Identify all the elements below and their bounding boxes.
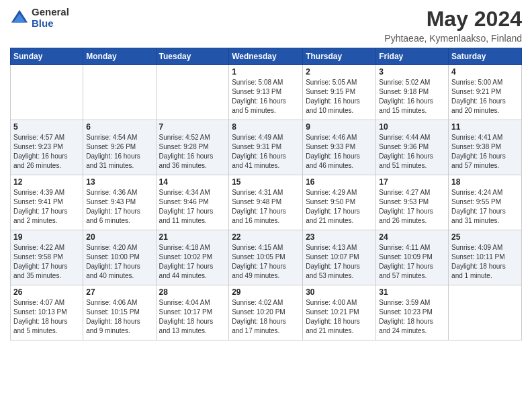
day-number: 24 <box>379 232 445 242</box>
day-cell: 15Sunrise: 4:31 AM Sunset: 9:48 PM Dayli… <box>229 175 303 230</box>
day-number: 1 <box>232 67 300 77</box>
day-number: 5 <box>13 122 80 132</box>
calendar-header: Sunday Monday Tuesday Wednesday Thursday… <box>11 48 522 65</box>
day-number: 28 <box>159 287 226 297</box>
col-friday: Friday <box>376 48 449 65</box>
day-cell: 31Sunrise: 3:59 AM Sunset: 10:23 PM Dayl… <box>376 285 449 340</box>
day-info: Sunrise: 4:15 AM Sunset: 10:05 PM Daylig… <box>232 243 300 281</box>
day-info: Sunrise: 4:44 AM Sunset: 9:36 PM Dayligh… <box>379 133 445 171</box>
day-cell: 17Sunrise: 4:27 AM Sunset: 9:53 PM Dayli… <box>376 175 449 230</box>
day-cell <box>156 65 229 120</box>
day-number: 20 <box>86 232 152 242</box>
day-info: Sunrise: 4:18 AM Sunset: 10:02 PM Daylig… <box>159 243 226 281</box>
day-cell: 9Sunrise: 4:46 AM Sunset: 9:33 PM Daylig… <box>303 120 376 175</box>
day-cell: 23Sunrise: 4:13 AM Sunset: 10:07 PM Dayl… <box>303 230 376 285</box>
day-info: Sunrise: 4:00 AM Sunset: 10:21 PM Daylig… <box>306 298 373 336</box>
day-info: Sunrise: 4:24 AM Sunset: 9:55 PM Dayligh… <box>451 188 519 226</box>
day-cell: 18Sunrise: 4:24 AM Sunset: 9:55 PM Dayli… <box>449 175 522 230</box>
day-cell: 1Sunrise: 5:08 AM Sunset: 9:13 PM Daylig… <box>229 65 303 120</box>
day-cell: 22Sunrise: 4:15 AM Sunset: 10:05 PM Dayl… <box>229 230 303 285</box>
day-cell: 2Sunrise: 5:05 AM Sunset: 9:15 PM Daylig… <box>303 65 376 120</box>
day-cell: 20Sunrise: 4:20 AM Sunset: 10:00 PM Dayl… <box>83 230 156 285</box>
day-number: 16 <box>306 177 373 187</box>
day-number: 23 <box>306 232 373 242</box>
day-number: 3 <box>379 67 445 77</box>
day-cell: 7Sunrise: 4:52 AM Sunset: 9:28 PM Daylig… <box>156 120 229 175</box>
day-info: Sunrise: 4:49 AM Sunset: 9:31 PM Dayligh… <box>232 133 300 171</box>
title-area: May 2024 Pyhtaeae, Kymenlaakso, Finland <box>384 7 522 44</box>
day-number: 10 <box>379 122 445 132</box>
day-info: Sunrise: 4:07 AM Sunset: 10:13 PM Daylig… <box>13 298 80 336</box>
day-number: 6 <box>86 122 152 132</box>
day-cell: 12Sunrise: 4:39 AM Sunset: 9:41 PM Dayli… <box>11 175 83 230</box>
day-cell: 25Sunrise: 4:09 AM Sunset: 10:11 PM Dayl… <box>449 230 522 285</box>
day-cell: 29Sunrise: 4:02 AM Sunset: 10:20 PM Dayl… <box>229 285 303 340</box>
header: General Blue May 2024 Pyhtaeae, Kymenlaa… <box>10 7 522 44</box>
day-cell: 4Sunrise: 5:00 AM Sunset: 9:21 PM Daylig… <box>449 65 522 120</box>
day-info: Sunrise: 4:57 AM Sunset: 9:23 PM Dayligh… <box>13 133 80 171</box>
col-sunday: Sunday <box>11 48 83 65</box>
day-cell <box>83 65 156 120</box>
day-number: 27 <box>86 287 152 297</box>
day-cell: 26Sunrise: 4:07 AM Sunset: 10:13 PM Dayl… <box>11 285 83 340</box>
day-number: 18 <box>451 177 519 187</box>
day-number: 4 <box>451 67 519 77</box>
day-cell: 6Sunrise: 4:54 AM Sunset: 9:26 PM Daylig… <box>83 120 156 175</box>
day-info: Sunrise: 4:02 AM Sunset: 10:20 PM Daylig… <box>232 298 300 336</box>
day-number: 12 <box>13 177 80 187</box>
day-info: Sunrise: 4:31 AM Sunset: 9:48 PM Dayligh… <box>232 188 300 226</box>
day-info: Sunrise: 3:59 AM Sunset: 10:23 PM Daylig… <box>379 298 445 336</box>
day-number: 22 <box>232 232 300 242</box>
day-cell: 10Sunrise: 4:44 AM Sunset: 9:36 PM Dayli… <box>376 120 449 175</box>
day-number: 19 <box>13 232 80 242</box>
day-info: Sunrise: 5:02 AM Sunset: 9:18 PM Dayligh… <box>379 78 445 116</box>
subtitle: Pyhtaeae, Kymenlaakso, Finland <box>384 33 522 44</box>
week-row-2: 12Sunrise: 4:39 AM Sunset: 9:41 PM Dayli… <box>11 175 522 230</box>
day-info: Sunrise: 4:27 AM Sunset: 9:53 PM Dayligh… <box>379 188 445 226</box>
col-monday: Monday <box>83 48 156 65</box>
day-cell: 5Sunrise: 4:57 AM Sunset: 9:23 PM Daylig… <box>11 120 83 175</box>
day-number: 7 <box>159 122 226 132</box>
day-number: 11 <box>451 122 519 132</box>
day-cell: 11Sunrise: 4:41 AM Sunset: 9:38 PM Dayli… <box>449 120 522 175</box>
col-tuesday: Tuesday <box>156 48 229 65</box>
day-cell: 27Sunrise: 4:06 AM Sunset: 10:15 PM Dayl… <box>83 285 156 340</box>
week-row-4: 26Sunrise: 4:07 AM Sunset: 10:13 PM Dayl… <box>11 285 522 340</box>
day-info: Sunrise: 5:05 AM Sunset: 9:15 PM Dayligh… <box>306 78 373 116</box>
day-number: 2 <box>306 67 373 77</box>
day-cell: 24Sunrise: 4:11 AM Sunset: 10:09 PM Dayl… <box>376 230 449 285</box>
day-info: Sunrise: 4:04 AM Sunset: 10:17 PM Daylig… <box>159 298 226 336</box>
day-number: 8 <box>232 122 300 132</box>
day-cell: 8Sunrise: 4:49 AM Sunset: 9:31 PM Daylig… <box>229 120 303 175</box>
day-number: 26 <box>13 287 80 297</box>
day-info: Sunrise: 4:46 AM Sunset: 9:33 PM Dayligh… <box>306 133 373 171</box>
day-info: Sunrise: 4:41 AM Sunset: 9:38 PM Dayligh… <box>451 133 519 171</box>
logo-icon <box>10 9 29 28</box>
logo-blue: Blue <box>32 18 69 30</box>
day-number: 15 <box>232 177 300 187</box>
day-info: Sunrise: 4:11 AM Sunset: 10:09 PM Daylig… <box>379 243 445 281</box>
day-cell: 14Sunrise: 4:34 AM Sunset: 9:46 PM Dayli… <box>156 175 229 230</box>
day-info: Sunrise: 5:00 AM Sunset: 9:21 PM Dayligh… <box>451 78 519 116</box>
day-info: Sunrise: 4:20 AM Sunset: 10:00 PM Daylig… <box>86 243 152 281</box>
week-row-0: 1Sunrise: 5:08 AM Sunset: 9:13 PM Daylig… <box>11 65 522 120</box>
page: General Blue May 2024 Pyhtaeae, Kymenlaa… <box>0 0 532 411</box>
day-number: 25 <box>451 232 519 242</box>
day-info: Sunrise: 4:54 AM Sunset: 9:26 PM Dayligh… <box>86 133 152 171</box>
day-cell: 3Sunrise: 5:02 AM Sunset: 9:18 PM Daylig… <box>376 65 449 120</box>
logo-general: General <box>32 7 69 18</box>
day-info: Sunrise: 4:09 AM Sunset: 10:11 PM Daylig… <box>451 243 519 281</box>
day-cell: 21Sunrise: 4:18 AM Sunset: 10:02 PM Dayl… <box>156 230 229 285</box>
day-cell <box>11 65 83 120</box>
col-wednesday: Wednesday <box>229 48 303 65</box>
day-number: 30 <box>306 287 373 297</box>
day-info: Sunrise: 4:39 AM Sunset: 9:41 PM Dayligh… <box>13 188 80 226</box>
main-title: May 2024 <box>384 7 522 32</box>
col-thursday: Thursday <box>303 48 376 65</box>
day-cell: 19Sunrise: 4:22 AM Sunset: 9:58 PM Dayli… <box>11 230 83 285</box>
logo: General Blue <box>10 7 69 29</box>
day-number: 29 <box>232 287 300 297</box>
day-info: Sunrise: 4:13 AM Sunset: 10:07 PM Daylig… <box>306 243 373 281</box>
day-cell: 16Sunrise: 4:29 AM Sunset: 9:50 PM Dayli… <box>303 175 376 230</box>
day-number: 17 <box>379 177 445 187</box>
